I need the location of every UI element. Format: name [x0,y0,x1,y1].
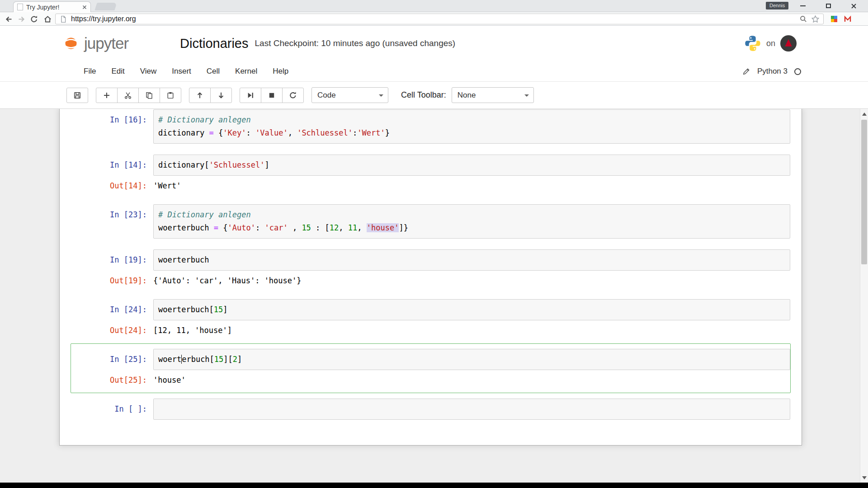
browser-navbar: https://try.jupyter.org [0,12,868,26]
notebook-header: jupyter Dictionaries Last Checkpoint: 10… [0,26,868,61]
output-text: 'Wert' [153,179,790,192]
move-cell-up-button[interactable] [189,88,211,103]
menu-file[interactable]: File [76,67,104,76]
scissors-icon [124,91,132,99]
cell-type-value: Code [317,91,336,100]
notebook-cell[interactable]: In [16]:# Dictionary anlegendictionary =… [71,109,791,149]
scroll-down-button[interactable] [860,474,868,482]
cell-toolbar-select[interactable]: None [452,87,534,103]
input-prompt: In [14]: [71,155,153,176]
home-button[interactable] [42,14,53,24]
save-button[interactable] [66,88,88,103]
input-prompt: In [24]: [71,299,153,320]
notebook-cell[interactable]: In [ ]: [71,393,791,425]
plus-icon [103,91,111,99]
arrow-up-icon [196,91,204,99]
notebook-title[interactable]: Dictionaries [180,36,249,51]
tab-favicon [17,4,23,10]
notebook-cell[interactable]: In [24]:woerterbuch[15]Out[24]:[12, 11, … [71,294,791,343]
minimize-button[interactable] [794,1,812,11]
new-tab-button[interactable] [94,3,117,10]
forward-button[interactable] [15,14,27,24]
maximize-button[interactable] [819,1,837,11]
run-icon [246,91,255,99]
code-input[interactable]: # Dictionary anlegenwoerterbuch = {'Auto… [153,204,790,239]
code-input[interactable]: dictionary['Schluessel'] [153,155,790,176]
input-prompt: In [19]: [71,249,153,271]
close-button[interactable] [844,1,863,11]
zoom-icon[interactable] [799,15,807,23]
edit-pencil-icon [742,67,750,75]
back-button[interactable] [3,14,14,24]
code-input[interactable]: woerterbuch[15] [153,299,790,320]
run-cell-button[interactable] [240,88,261,103]
chevron-down-icon [379,94,383,99]
forward-icon [17,15,26,23]
scroll-up-button[interactable] [860,110,868,118]
notebook-container: In [16]:# Dictionary anlegendictionary =… [59,109,802,446]
output-text: 'house' [153,374,790,387]
arrow-down-icon [217,91,225,99]
output-text: {'Auto': 'car', 'Haus': 'house'} [153,274,790,287]
input-prompt: In [23]: [71,204,153,239]
code-input[interactable]: woerterbuch [153,249,790,271]
triangle-up-icon [862,110,867,116]
cell-toolbar-value: None [458,91,476,100]
output-prompt: Out[24]: [71,324,153,337]
host-connector-text: on [766,39,775,48]
scrollbar-thumb[interactable] [861,120,867,264]
bookmark-star-icon[interactable] [811,15,820,23]
menu-edit[interactable]: Edit [104,67,132,76]
code-input[interactable]: woerterbuch[15][2] [153,349,790,370]
restart-icon [289,91,297,99]
notebook-cell[interactable]: In [14]:dictionary['Schluessel']Out[14]:… [71,149,791,199]
cut-cells-button[interactable] [117,88,139,103]
copy-cells-button[interactable] [138,88,160,103]
browser-tab[interactable]: Try Jupyter! [13,1,91,12]
address-bar[interactable]: https://try.jupyter.org [55,14,824,24]
output-prompt: Out[14]: [71,179,153,192]
minimize-icon [800,5,806,6]
paste-icon [166,91,175,99]
output-prompt: Out[19]: [71,274,153,287]
input-prompt: In [25]: [71,349,153,370]
stop-icon [268,91,276,99]
refresh-button[interactable] [28,14,40,24]
menu-help[interactable]: Help [265,67,296,76]
tab-close-icon[interactable] [82,5,87,9]
input-prompt: In [16]: [71,109,153,144]
code-input[interactable] [153,399,790,420]
kernel-status-icon [794,68,801,75]
move-cell-down-button[interactable] [210,88,232,103]
jupyter-logo[interactable]: jupyter [60,33,128,54]
maximize-icon [826,4,831,8]
profile-badge[interactable]: Dennis [766,2,788,9]
jupyter-wordmark: jupyter [84,34,128,52]
add-cell-button[interactable] [96,88,118,103]
menu-cell[interactable]: Cell [199,67,227,76]
scrollbar[interactable] [860,109,868,483]
notebook-cell[interactable]: In [23]:# Dictionary anlegenwoerterbuch … [71,199,791,244]
tab-title: Try Jupyter! [26,4,79,11]
extension-icon[interactable] [830,15,838,23]
cell-type-select[interactable]: Code [311,87,388,103]
interrupt-kernel-button[interactable] [261,88,283,103]
restart-kernel-button[interactable] [282,88,304,103]
url-text[interactable]: https://try.jupyter.org [71,15,796,23]
output-text: [12, 11, 'house'] [153,324,790,337]
notebook-cell[interactable]: In [25]:woerterbuch[15][2]Out[25]:'house… [71,343,791,393]
notebook-cell[interactable]: In [19]:woerterbuchOut[19]:{'Auto': 'car… [71,244,791,294]
menu-view[interactable]: View [132,67,165,76]
jupyter-planet-icon [60,33,82,54]
close-icon [851,3,857,9]
chevron-down-icon [524,94,529,99]
paste-cells-button[interactable] [160,88,181,103]
browser-tab-strip: Try Jupyter! Dennis [0,0,868,12]
cell-toolbar-label: Cell Toolbar: [401,90,446,100]
output-prompt: Out[25]: [71,374,153,387]
menu-kernel[interactable]: Kernel [227,67,265,76]
input-prompt: In [ ]: [71,399,153,420]
menu-insert[interactable]: Insert [164,67,199,76]
code-input[interactable]: # Dictionary anlegendictionary = {'Key':… [153,109,790,144]
mail-extension-icon[interactable] [844,15,852,23]
